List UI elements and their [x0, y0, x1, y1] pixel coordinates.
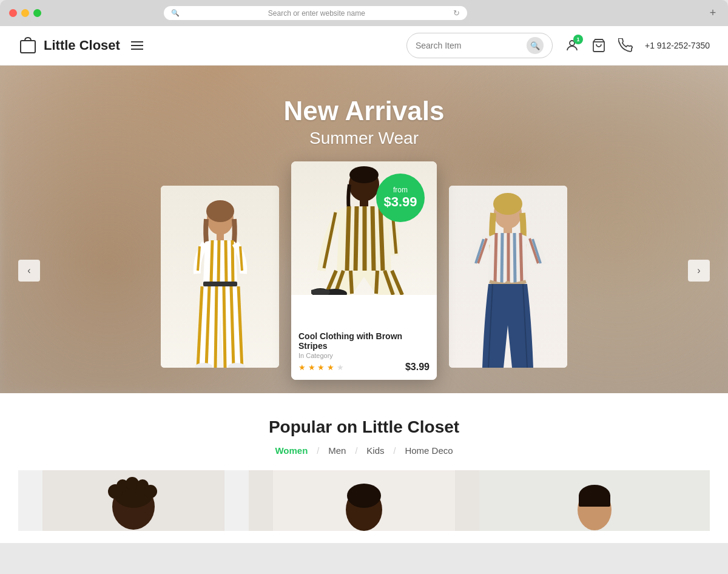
- add-tab-button[interactable]: +: [707, 7, 719, 19]
- refresh-icon[interactable]: ↻: [453, 8, 460, 18]
- carousel: ‹: [0, 148, 728, 393]
- browser-url-bar[interactable]: 🔍 Search or enter website name ↻: [164, 6, 467, 20]
- svg-line-28: [380, 206, 383, 271]
- svg-line-42: [495, 233, 496, 283]
- category-home-deco[interactable]: Home Deco: [405, 445, 453, 456]
- carousel-next-button[interactable]: ›: [688, 260, 710, 282]
- category-kids[interactable]: Kids: [366, 445, 384, 456]
- carousel-items: from $3.99: [161, 148, 567, 393]
- hero-subtitle: Summer Wear: [284, 129, 445, 148]
- account-button[interactable]: 1: [565, 38, 579, 53]
- star-4: ★: [327, 363, 334, 372]
- carousel-card-right[interactable]: [449, 186, 567, 368]
- hero-title: New Arrivals: [284, 96, 445, 126]
- url-text: Search or enter website name: [183, 9, 450, 18]
- logo-text: Little Closet: [44, 38, 120, 53]
- svg-point-40: [493, 193, 522, 215]
- site-header: Little Closet 🔍 1: [0, 26, 728, 66]
- svg-line-9: [232, 240, 233, 283]
- cat-sep-1: /: [317, 446, 319, 456]
- carousel-prev-button[interactable]: ‹: [18, 260, 40, 282]
- svg-rect-0: [21, 41, 35, 53]
- search-bar[interactable]: 🔍: [406, 33, 553, 58]
- carousel-card-left[interactable]: [161, 186, 279, 368]
- product-image-left: [161, 186, 279, 368]
- price-from: from: [393, 186, 408, 194]
- logo-area[interactable]: Little Closet: [18, 36, 120, 55]
- product-image-right: [449, 186, 567, 368]
- svg-point-61: [144, 485, 157, 498]
- svg-line-46: [521, 233, 522, 283]
- star-2: ★: [308, 363, 315, 372]
- svg-line-45: [514, 233, 515, 283]
- svg-point-4: [206, 200, 234, 222]
- phone-button[interactable]: [618, 38, 633, 53]
- svg-line-33: [351, 271, 352, 294]
- svg-line-43: [502, 233, 502, 283]
- hero-section: New Arrivals Summer Wear ‹: [0, 66, 728, 393]
- account-badge: 1: [573, 35, 583, 44]
- product-price: $3.99: [405, 362, 430, 373]
- popular-title: Popular on Little Closet: [18, 417, 710, 437]
- svg-line-34: [376, 271, 377, 294]
- card-bottom: ★ ★ ★ ★ ★ $3.99: [298, 362, 430, 373]
- browser-titlebar: 🔍 Search or enter website name ↻ +: [0, 0, 728, 26]
- svg-rect-68: [579, 495, 610, 507]
- svg-rect-12: [203, 282, 237, 286]
- product-grid: [18, 470, 710, 531]
- svg-point-64: [347, 484, 381, 508]
- search-input[interactable]: [416, 41, 522, 50]
- minimize-dot[interactable]: [21, 9, 29, 17]
- star-5: ★: [337, 363, 344, 372]
- maximize-dot[interactable]: [33, 9, 41, 17]
- browser-dots: [9, 9, 41, 17]
- category-women[interactable]: Women: [275, 445, 308, 456]
- product-rating: ★ ★ ★ ★ ★: [298, 363, 344, 372]
- product-title: Cool Clothing with Brown Stripes: [298, 331, 430, 351]
- card-info: Cool Clothing with Brown Stripes In Cate…: [291, 325, 437, 380]
- product-card-2[interactable]: [249, 470, 479, 531]
- cat-sep-2: /: [355, 446, 357, 456]
- category-tabs: Women / Men / Kids / Home Deco: [18, 445, 710, 456]
- website-content: Little Closet 🔍 1: [0, 26, 728, 543]
- svg-line-27: [372, 206, 374, 271]
- hero-text: New Arrivals Summer Wear: [284, 66, 445, 148]
- cart-button[interactable]: [592, 38, 606, 53]
- product-card-3[interactable]: [479, 470, 710, 531]
- logo-icon: [18, 36, 38, 55]
- svg-line-16: [224, 286, 225, 368]
- product-card-1[interactable]: [18, 470, 249, 531]
- product-category: In Category: [298, 352, 430, 359]
- star-3: ★: [317, 363, 325, 372]
- carousel-card-center[interactable]: from $3.99: [291, 161, 437, 380]
- price-badge: from $3.99: [376, 174, 425, 222]
- svg-line-15: [215, 286, 217, 368]
- svg-line-24: [347, 206, 349, 271]
- popular-section: Popular on Little Closet Women / Men / K…: [0, 393, 728, 543]
- svg-line-7: [218, 240, 219, 283]
- svg-line-25: [356, 206, 357, 271]
- header-right: 🔍 1: [406, 33, 710, 58]
- cat-sep-3: /: [393, 446, 396, 456]
- category-men[interactable]: Men: [328, 445, 346, 456]
- price-amount: $3.99: [383, 194, 417, 210]
- phone-number: +1 912-252-7350: [645, 41, 710, 50]
- search-icon: 🔍: [171, 9, 180, 17]
- svg-line-8: [226, 240, 226, 283]
- svg-line-6: [211, 240, 212, 283]
- hamburger-menu[interactable]: [131, 41, 143, 50]
- svg-point-22: [349, 166, 379, 183]
- star-1: ★: [298, 363, 306, 372]
- close-dot[interactable]: [9, 9, 17, 17]
- search-button[interactable]: 🔍: [527, 37, 544, 54]
